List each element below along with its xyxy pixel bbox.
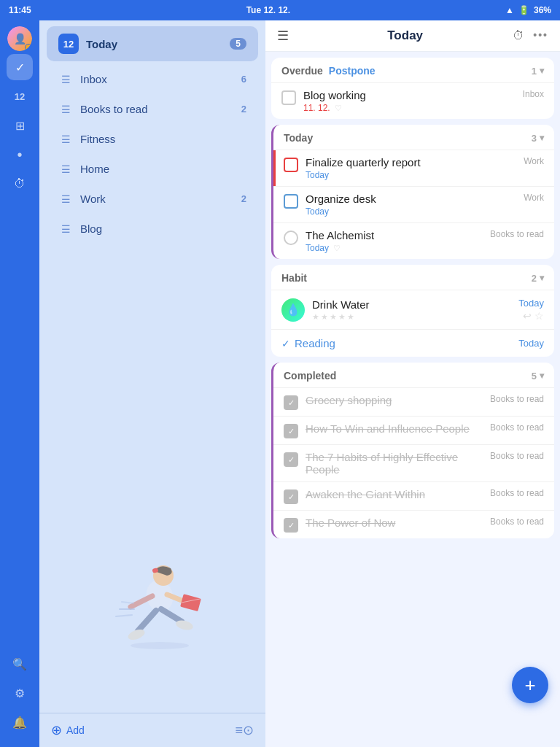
- sidebar-home-label: Home: [80, 163, 246, 175]
- today-section: Today 3 ▾ Finalize quarterly report Toda…: [271, 125, 554, 259]
- task-info: Finalize quarterly report Today: [306, 156, 524, 180]
- list-item: ✓ Reading Today: [271, 329, 554, 357]
- task-info: Grocery shopping: [306, 394, 490, 406]
- task-title: Blog working: [303, 89, 523, 101]
- svg-point-14: [131, 642, 189, 649]
- task-title: Organize desk: [306, 193, 524, 205]
- more-menu-button[interactable]: •••: [533, 29, 548, 42]
- task-checkbox[interactable]: ✓: [284, 518, 298, 533]
- task-title: The Power of Now: [306, 516, 490, 529]
- filter-icon[interactable]: ≡⊙: [235, 722, 254, 738]
- sidebar-item-inbox[interactable]: ☰ Inbox 6: [47, 66, 258, 93]
- table-row: Organize desk Today Work: [273, 186, 554, 222]
- add-icon: ⊕: [51, 722, 62, 738]
- habit-title-label: Drink Water: [312, 298, 518, 311]
- sidebar-item-fitness[interactable]: ☰ Fitness: [47, 125, 258, 152]
- task-source: Books to read: [490, 394, 544, 404]
- task-source: Books to read: [490, 488, 544, 498]
- timer-icon[interactable]: ⏱: [513, 29, 524, 42]
- main-content: ☰ Today ⏱ ••• Overdue Postpone 1 ▾: [265, 20, 560, 747]
- task-info: Blog working 11. 12. ♡: [303, 89, 523, 113]
- search-icon[interactable]: 🔍: [7, 651, 33, 677]
- clock-icon[interactable]: ⏱: [7, 171, 33, 197]
- sidebar-bottom: ⊕ Add ≡⊙: [39, 713, 265, 747]
- table-row: ✓ Grocery shopping Books to read: [273, 387, 554, 416]
- task-info: Awaken the Giant Within: [306, 488, 490, 500]
- overdue-count: 1: [532, 66, 537, 77]
- content-scroll: Overdue Postpone 1 ▾ Blog working 11. 12…: [265, 52, 560, 747]
- habit-date: Today: [518, 298, 544, 309]
- completed-header: Completed 5 ▾: [273, 363, 554, 387]
- overdue-header: Overdue Postpone 1 ▾: [271, 58, 554, 82]
- battery-level: 36%: [534, 5, 551, 15]
- task-checkbox[interactable]: ✓: [284, 424, 298, 438]
- today-chevron-icon[interactable]: ▾: [540, 133, 544, 143]
- star-icon[interactable]: ☆: [534, 310, 544, 322]
- task-title: Finalize quarterly report: [306, 156, 524, 169]
- table-row: ✓ The Power of Now Books to read: [273, 510, 554, 538]
- blog-icon: ☰: [58, 223, 73, 235]
- completed-count: 5: [532, 371, 537, 382]
- habit-reading-date: Today: [518, 338, 544, 349]
- books-icon: ☰: [58, 104, 73, 115]
- svg-line-12: [116, 615, 132, 616]
- avatar-notification-badge: [25, 44, 32, 51]
- wifi-icon: ▲: [505, 5, 514, 15]
- tasks-icon[interactable]: ✓: [7, 54, 33, 80]
- task-checkbox[interactable]: [281, 90, 296, 105]
- sidebar-work-badge: 2: [241, 193, 246, 204]
- check-icon: ✓: [281, 338, 290, 349]
- task-info: The 7 Habits of Highly Effective People: [306, 451, 490, 476]
- status-time: 11:45: [9, 5, 31, 15]
- habit-chevron-icon[interactable]: ▾: [540, 273, 544, 283]
- task-source: Books to read: [490, 516, 544, 527]
- add-task-fab[interactable]: +: [512, 667, 548, 703]
- overdue-chevron-icon[interactable]: ▾: [540, 66, 544, 76]
- sidebar-work-label: Work: [80, 193, 241, 205]
- sidebar-item-today[interactable]: 12 Today 5: [47, 26, 258, 61]
- sidebar-inbox-label: Inbox: [80, 73, 241, 85]
- task-checkbox[interactable]: ✓: [284, 489, 298, 504]
- task-date: Today: [306, 243, 329, 253]
- task-checkbox[interactable]: ✓: [284, 452, 298, 467]
- task-info: Organize desk Today: [306, 193, 524, 217]
- gear-icon[interactable]: ⚙: [7, 680, 33, 706]
- sidebar-today-badge: 5: [230, 38, 246, 50]
- avatar-button[interactable]: 👤: [7, 26, 32, 51]
- task-checkbox[interactable]: ✓: [284, 395, 298, 410]
- calendar-icon[interactable]: 12: [7, 83, 33, 109]
- task-checkbox[interactable]: [284, 194, 298, 209]
- undo-icon[interactable]: ↩: [523, 310, 532, 322]
- overdue-title: Overdue: [281, 65, 323, 77]
- sidebar-item-blog[interactable]: ☰ Blog: [47, 215, 258, 242]
- dot-icon[interactable]: •: [7, 142, 33, 168]
- table-row: ✓ How To Win and Influence People Books …: [273, 416, 554, 444]
- sidebar-inbox-badge: 6: [241, 74, 246, 85]
- task-title: How To Win and Influence People: [306, 422, 490, 435]
- today-calendar-icon: 12: [58, 34, 79, 54]
- completed-chevron-icon[interactable]: ▾: [540, 371, 544, 381]
- task-source: Books to read: [490, 229, 544, 239]
- top-bar: ☰ Today ⏱ •••: [265, 20, 560, 52]
- sidebar-item-home[interactable]: ☰ Home: [47, 155, 258, 182]
- bell-icon[interactable]: 🔔: [7, 709, 33, 735]
- sidebar-item-books[interactable]: ☰ Books to read 2: [47, 96, 258, 123]
- habit-title: Habit: [281, 272, 307, 284]
- task-checkbox[interactable]: [284, 231, 298, 245]
- heart-icon: ♡: [335, 104, 342, 113]
- postpone-button[interactable]: Postpone: [329, 65, 376, 77]
- svg-rect-5: [180, 594, 201, 611]
- status-bar: 11:45 Tue 12. 12. ▲ 🔋 36%: [0, 0, 560, 20]
- task-checkbox[interactable]: [284, 158, 298, 172]
- sidebar-item-work[interactable]: ☰ Work 2: [47, 185, 258, 212]
- habit-header: Habit 2 ▾: [271, 265, 554, 290]
- sidebar-books-label: Books to read: [80, 103, 241, 115]
- completed-title: Completed: [284, 370, 336, 382]
- add-button[interactable]: ⊕ Add: [51, 722, 85, 738]
- habit-info: Drink Water ★★★★★: [312, 298, 518, 322]
- add-label: Add: [66, 724, 85, 736]
- menu-button[interactable]: ☰: [277, 28, 289, 44]
- task-date: Today: [306, 206, 329, 217]
- grid-icon[interactable]: ⊞: [7, 112, 33, 139]
- task-source: Books to read: [490, 422, 544, 433]
